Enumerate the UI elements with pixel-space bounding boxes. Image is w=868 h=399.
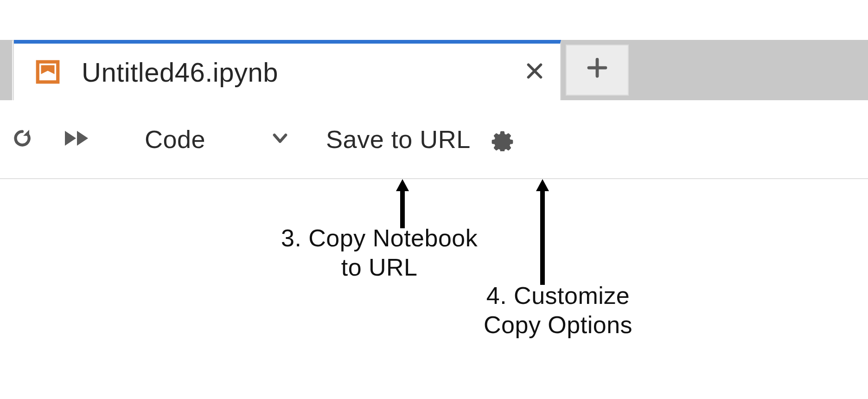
annotation-label-1: 3. Copy Notebook to URL <box>281 224 478 283</box>
fast-forward-icon <box>61 127 95 151</box>
svg-rect-0 <box>38 62 58 82</box>
annotation-layer: 3. Copy Notebook to URL 4. Customize Cop… <box>0 179 868 399</box>
gear-icon <box>489 125 515 153</box>
annotation-label-2: 4. Customize Copy Options <box>484 281 632 340</box>
new-tab-button[interactable] <box>566 45 629 96</box>
tab-active[interactable]: Untitled46.ipynb <box>14 40 561 100</box>
tab-bar: Untitled46.ipynb <box>0 40 868 100</box>
save-to-url-button[interactable]: Save to URL <box>304 125 486 154</box>
restart-kernel-button[interactable] <box>0 100 40 178</box>
notebook-toolbar: Code Save to URL <box>0 100 868 179</box>
top-crop-pad <box>0 0 868 40</box>
chevron-down-icon <box>270 125 290 154</box>
celltype-dropdown[interactable]: Code <box>116 125 304 154</box>
close-icon[interactable] <box>524 58 545 86</box>
annotation-arrow-1 <box>393 179 412 228</box>
refresh-icon <box>11 127 34 152</box>
celltype-value: Code <box>145 125 205 154</box>
tab-title: Untitled46.ipynb <box>82 57 504 88</box>
plus-icon <box>585 55 610 85</box>
annotation-arrow-2 <box>533 179 552 285</box>
save-options-button[interactable] <box>486 125 515 153</box>
notebook-icon <box>34 58 61 85</box>
restart-run-all-button[interactable] <box>40 100 116 178</box>
